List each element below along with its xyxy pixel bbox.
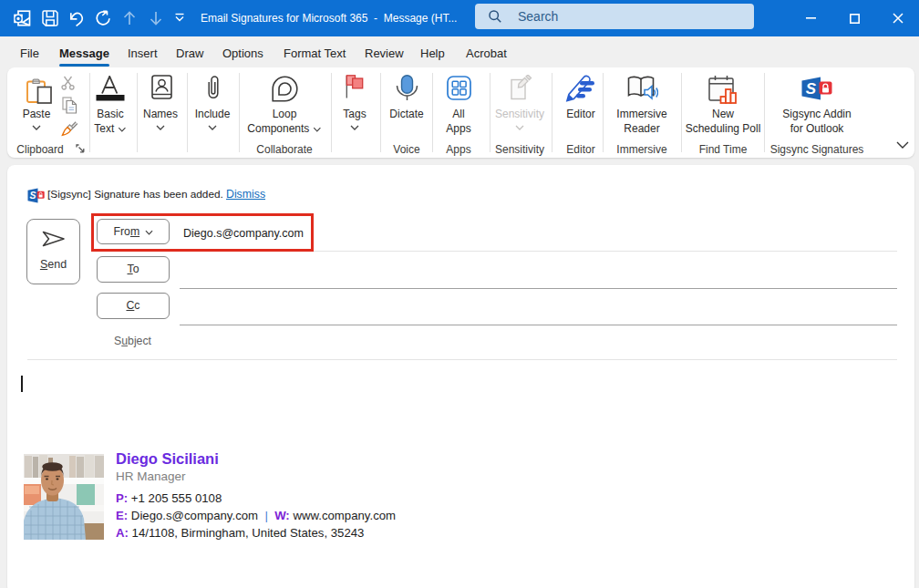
svg-text:S: S [806,80,817,98]
svg-text:S: S [29,190,36,201]
